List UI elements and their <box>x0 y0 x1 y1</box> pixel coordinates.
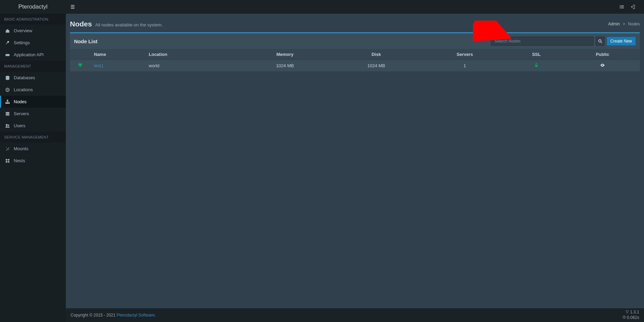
bars-icon <box>70 4 75 9</box>
footer-timing: 0.062s <box>622 315 639 321</box>
col-name: Name <box>90 49 145 60</box>
lock-icon <box>534 63 539 68</box>
breadcrumb-home[interactable]: Admin <box>608 22 620 26</box>
sidebar-item-label: Locations <box>14 87 33 92</box>
sidebar-item-label: Users <box>14 123 25 128</box>
cell-status <box>70 60 90 72</box>
col-memory: Memory <box>239 49 330 60</box>
sidebar-section-header: BASIC ADMINISTRATION <box>0 14 66 25</box>
table-row: test1 world 1024 MB 1024 MB 1 <box>70 60 640 72</box>
cell-name: test1 <box>90 60 145 72</box>
sidebar-item-users[interactable]: Users <box>0 120 66 132</box>
codefork-icon <box>625 310 629 313</box>
sidebar-item-servers[interactable]: Servers <box>0 108 66 120</box>
server-list-icon[interactable] <box>619 4 624 9</box>
cell-ssl <box>508 60 565 72</box>
sidebar-item-label: Servers <box>14 111 29 116</box>
sidebar-item-label: Settings <box>14 40 30 45</box>
col-status <box>70 49 90 60</box>
magic-icon <box>5 146 10 151</box>
footer: Copyright © 2015 - 2021 Pterodactyl Soft… <box>66 308 644 322</box>
col-public: Public <box>565 49 640 60</box>
sidebar-item-label: Nests <box>14 158 25 163</box>
node-list-panel: Node List Create New Name Location Memor… <box>70 32 640 71</box>
footer-meta: 1.3.1 0.062s <box>622 310 639 320</box>
cell-servers: 1 <box>422 60 508 72</box>
sidebar: BASIC ADMINISTRATION Overview Settings A… <box>0 14 66 322</box>
sitemap-icon <box>5 99 10 104</box>
search-button[interactable] <box>596 37 605 46</box>
cell-memory: 1024 MB <box>239 60 330 72</box>
create-new-button[interactable]: Create New <box>607 37 636 46</box>
version-text: 1.3.1 <box>630 310 639 314</box>
sidebar-item-application-api[interactable]: Application API <box>0 49 66 61</box>
home-icon <box>5 28 10 33</box>
wrench-icon <box>5 40 10 45</box>
page-title: Nodes All nodes available on the system. <box>70 20 163 28</box>
col-servers: Servers <box>422 49 508 60</box>
nodes-table: Name Location Memory Disk Servers SSL Pu… <box>70 49 640 71</box>
page-header: Nodes All nodes available on the system.… <box>70 19 640 32</box>
sidebar-item-overview[interactable]: Overview <box>0 25 66 37</box>
globe-icon <box>5 87 10 92</box>
footer-period: . <box>155 313 156 318</box>
breadcrumb-sep: > <box>623 22 625 26</box>
copyright-text: Copyright © 2015 - 2021 <box>71 313 117 318</box>
heartbeat-icon <box>78 63 83 68</box>
sidebar-item-nodes[interactable]: Nodes <box>0 96 66 108</box>
sidebar-item-label: Overview <box>14 28 32 33</box>
col-ssl: SSL <box>508 49 565 60</box>
sidebar-item-mounts[interactable]: Mounts <box>0 143 66 155</box>
sidebar-item-label: Databases <box>14 75 35 80</box>
search-input[interactable] <box>491 37 594 46</box>
sidebar-item-databases[interactable]: Databases <box>0 72 66 84</box>
panel-title: Node List <box>74 38 97 44</box>
col-disk: Disk <box>331 49 422 60</box>
gamepad-icon <box>5 52 10 57</box>
pterodactyl-link[interactable]: Pterodactyl Software <box>117 313 155 318</box>
sidebar-item-label: Mounts <box>14 146 28 151</box>
breadcrumb-current: Nodes <box>628 22 640 26</box>
page-title-text: Nodes <box>70 20 92 28</box>
cell-public <box>565 60 640 72</box>
panel-tools: Create New <box>491 37 636 46</box>
sidebar-toggle[interactable] <box>66 0 80 14</box>
table-header-row: Name Location Memory Disk Servers SSL Pu… <box>70 49 640 60</box>
grid-icon <box>5 158 10 163</box>
content-area: Nodes All nodes available on the system.… <box>66 14 644 308</box>
eye-icon <box>600 63 605 68</box>
footer-version: 1.3.1 <box>622 310 639 315</box>
timing-text: 0.062s <box>627 315 639 320</box>
page-subtitle: All nodes available on the system. <box>95 22 163 27</box>
cell-location: world <box>145 60 239 72</box>
breadcrumb: Admin > Nodes <box>608 22 640 26</box>
sidebar-item-nests[interactable]: Nests <box>0 155 66 167</box>
col-location: Location <box>145 49 239 60</box>
footer-copyright: Copyright © 2015 - 2021 Pterodactyl Soft… <box>71 313 156 318</box>
database-icon <box>5 75 10 80</box>
clock-icon <box>622 315 626 319</box>
brand-logo[interactable]: Pterodactyl <box>0 0 66 14</box>
users-icon <box>5 123 10 128</box>
sidebar-item-label: Nodes <box>14 99 27 104</box>
node-name-link[interactable]: test1 <box>94 63 104 68</box>
panel-header: Node List Create New <box>70 33 640 49</box>
sidebar-section-header: SERVICE MANAGEMENT <box>0 132 66 143</box>
cell-disk: 1024 MB <box>331 60 422 72</box>
sidebar-item-label: Application API <box>14 52 44 57</box>
top-header: Pterodactyl <box>0 0 644 14</box>
search-icon <box>598 39 603 44</box>
server-icon <box>5 111 10 116</box>
sidebar-section-header: MANAGEMENT <box>0 61 66 72</box>
sidebar-item-settings[interactable]: Settings <box>0 37 66 49</box>
sidebar-item-locations[interactable]: Locations <box>0 84 66 96</box>
sign-out-icon[interactable] <box>631 4 636 9</box>
